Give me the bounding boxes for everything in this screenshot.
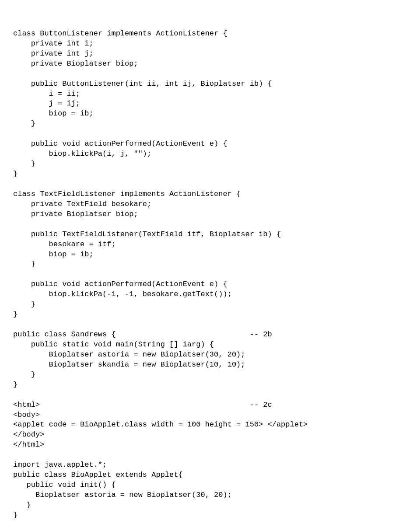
- code-listing: class ButtonListener implements ActionLi…: [13, 29, 407, 524]
